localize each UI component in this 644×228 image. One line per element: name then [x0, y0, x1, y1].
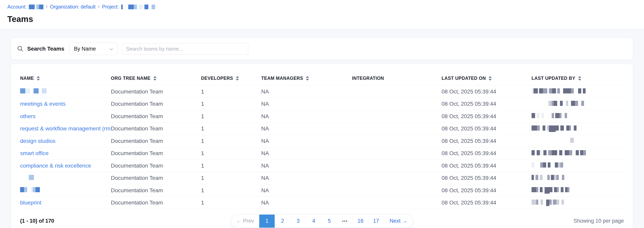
- team-name-link[interactable]: others: [20, 113, 36, 119]
- last-updated-by-redacted: [532, 199, 624, 206]
- redacted-block: [571, 88, 574, 93]
- redacted-block: [540, 175, 542, 180]
- sort-icon[interactable]: [306, 76, 309, 81]
- redacted-block: [556, 125, 559, 131]
- redacted-block: [562, 150, 565, 155]
- sort-icon[interactable]: [236, 76, 239, 81]
- last-updated-by-redacted: [532, 150, 624, 157]
- search-icon: [17, 46, 24, 52]
- redacted-block: [138, 5, 143, 9]
- developers-cell: 1: [201, 163, 261, 169]
- page-button-16[interactable]: 16: [352, 214, 368, 227]
- redacted-block: [540, 187, 542, 192]
- column-header-label: NAME: [20, 76, 34, 81]
- last-updated-on-cell: 08 Oct, 2025 05:39:44: [442, 113, 532, 120]
- developers-cell: 1: [201, 89, 261, 95]
- last-updated-on-cell: 08 Oct, 2025 05:39:44: [442, 101, 532, 107]
- page-button-1[interactable]: 1: [259, 214, 275, 227]
- prev-page-button[interactable]: ← Prev: [231, 214, 259, 227]
- redacted-block: [554, 187, 557, 192]
- table-row: design studiosDocumentation Team1NA08 Oc…: [20, 135, 624, 147]
- redacted-block: [542, 125, 545, 131]
- redacted-block: [546, 150, 548, 155]
- breadcrumb-project-label[interactable]: Project:: [102, 4, 119, 10]
- redacted-block: [553, 199, 556, 205]
- redacted-block: [536, 187, 538, 192]
- org-tree-name-cell: Documentation Team: [111, 125, 201, 132]
- redacted-block: [30, 88, 34, 93]
- breadcrumb-separator-icon: ›: [98, 4, 100, 9]
- redacted-block: [534, 175, 536, 180]
- page-ellipsis[interactable]: •••: [337, 214, 352, 227]
- team-name-link[interactable]: request & workflow management (rms): [20, 125, 111, 132]
- redacted-block: [537, 150, 540, 155]
- team-name-link[interactable]: smart office: [20, 150, 48, 156]
- redacted-block: [36, 5, 39, 9]
- team-name-link[interactable]: meetings & events: [20, 101, 66, 107]
- redacted-block: [20, 187, 24, 192]
- sort-icon[interactable]: [153, 76, 156, 81]
- team-name-link[interactable]: blueprint: [20, 199, 41, 206]
- redacted-block: [33, 187, 36, 192]
- redacted-block: [550, 187, 552, 192]
- sort-icon[interactable]: [488, 76, 492, 81]
- column-header-last-updated-by[interactable]: LAST UPDATED BY: [532, 76, 624, 81]
- page-header: Account: › Organization: default › Proje…: [0, 0, 644, 29]
- column-header-org-tree-name[interactable]: ORG TREE NAME: [111, 76, 201, 81]
- redacted-block: [532, 187, 536, 192]
- redacted-block: [143, 5, 144, 9]
- redacted-block: [562, 199, 564, 205]
- team-managers-cell: NA: [261, 175, 352, 181]
- sort-icon[interactable]: [37, 76, 40, 81]
- page-button-17[interactable]: 17: [368, 214, 384, 227]
- redacted-block: [574, 125, 576, 131]
- column-header-team-managers[interactable]: TEAM MANAGERS: [261, 76, 352, 81]
- page-button-5[interactable]: 5: [322, 214, 337, 227]
- redacted-block: [25, 88, 30, 93]
- redacted-block: [556, 175, 559, 180]
- column-header-developers[interactable]: DEVELOPERS: [201, 76, 261, 81]
- redacted-block: [29, 175, 34, 180]
- redacted-block: [549, 125, 556, 132]
- redacted-block: [560, 162, 563, 167]
- team-name-redacted: [20, 175, 111, 181]
- redacted-block: [548, 150, 552, 155]
- redacted-block: [532, 113, 535, 118]
- redacted-block: [560, 101, 563, 106]
- last-updated-on-cell: 08 Oct, 2025 05:39:44: [442, 89, 532, 95]
- chevron-down-icon: [110, 46, 113, 52]
- org-tree-name-cell: Documentation Team: [111, 89, 201, 95]
- search-teams-input[interactable]: [122, 43, 248, 55]
- redacted-block: [559, 175, 562, 180]
- redacted-block: [544, 150, 546, 155]
- page-button-2[interactable]: 2: [275, 214, 290, 227]
- last-updated-by-redacted: [532, 138, 624, 144]
- page-button-3[interactable]: 3: [290, 214, 306, 227]
- developers-cell: 1: [201, 113, 261, 120]
- column-header-label: DEVELOPERS: [201, 76, 233, 81]
- developers-cell: 1: [201, 138, 261, 144]
- team-name-link[interactable]: compliance & risk excellence: [20, 163, 91, 169]
- breadcrumb-account-label[interactable]: Account:: [7, 4, 26, 10]
- redacted-block: [555, 113, 560, 118]
- team-managers-cell: NA: [261, 89, 352, 95]
- search-filter-select[interactable]: By Name: [70, 43, 118, 55]
- org-tree-name-cell: Documentation Team: [111, 101, 201, 107]
- redacted-block: [548, 162, 550, 167]
- redacted-block: [137, 5, 138, 9]
- column-header-name[interactable]: NAME: [20, 76, 111, 81]
- next-page-button[interactable]: Next →: [384, 214, 413, 227]
- column-header-last-updated-on[interactable]: LAST UPDATED ON: [442, 76, 532, 81]
- org-tree-name-cell: Documentation Team: [111, 163, 201, 169]
- redacted-block: [552, 88, 556, 93]
- redacted-block: [532, 150, 535, 155]
- redacted-block: [547, 175, 550, 180]
- last-updated-by-redacted: [532, 88, 624, 95]
- breadcrumb-organization[interactable]: Organization: default: [50, 4, 96, 10]
- redacted-block: [42, 88, 46, 93]
- page-button-4[interactable]: 4: [306, 214, 322, 227]
- sort-icon[interactable]: [578, 76, 581, 81]
- redacted-block: [542, 113, 544, 118]
- org-tree-name-cell: Documentation Team: [111, 138, 201, 144]
- team-name-link[interactable]: design studios: [20, 138, 56, 144]
